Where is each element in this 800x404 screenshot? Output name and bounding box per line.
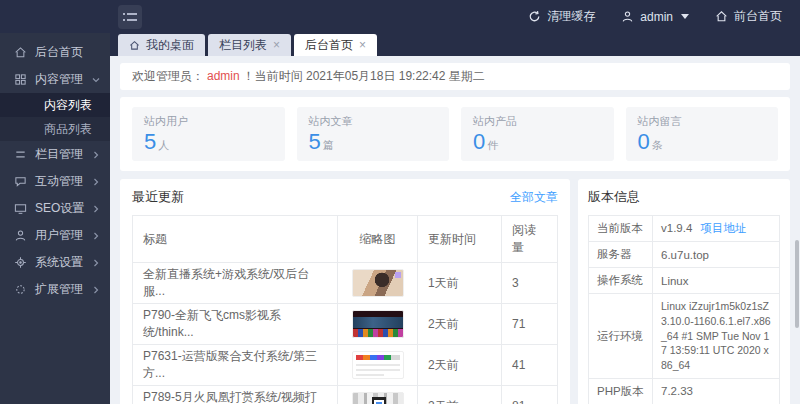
topbar-actions: 清理缓存 admin 前台首页 [528,8,800,25]
tab-my-desktop[interactable]: 我的桌面 [118,34,205,56]
user-icon [621,10,634,23]
sidebar-item-label: 扩展管理 [35,281,92,298]
article-time: 1天前 [418,263,502,304]
close-icon[interactable]: × [273,39,280,51]
dashed-circle-icon [14,283,27,296]
sidebar-item-content-list[interactable]: 内容列表 [0,93,110,117]
col-updated: 更新时间 [418,216,502,263]
monitor-icon [14,202,27,215]
version-row: 运行环境 Linux iZzujr1m5k0z1sZ 3.10.0-1160.6… [589,294,780,378]
front-home-button[interactable]: 前台首页 [715,8,782,25]
table-row[interactable]: P7631-运营版聚合支付系统/第三方... 2天前 41 [133,345,558,386]
article-reads: 81 [502,386,558,404]
home-icon [14,46,27,59]
chevron-right-icon [92,178,100,186]
article-reads: 41 [502,345,558,386]
stat-unit: 件 [487,139,498,151]
chat-icon [14,175,27,188]
thumbnail-image [352,392,404,404]
stat-card-articles: 站内文章 5篇 [297,107,450,161]
version-row: 当前版本 v1.9.4项目地址 [589,216,780,242]
sidebar-item-label: SEO设置 [35,200,92,217]
table-row[interactable]: 全新直播系统+游戏系统/双后台服... 1天前 3 [133,263,558,304]
all-articles-link[interactable]: 全部文章 [510,189,558,206]
article-reads: 3 [502,263,558,304]
sidebar-item-columns[interactable]: 栏目管理 [0,141,110,168]
home-icon [715,10,728,23]
stat-label: 站内产品 [473,114,602,129]
sidebar-item-label: 系统设置 [35,254,92,271]
topbar: 清理缓存 admin 前台首页 [0,0,800,33]
article-reads: 71 [502,304,558,345]
front-home-label: 前台首页 [734,8,782,25]
version-info-panel: 版本信息 当前版本 v1.9.4项目地址 服务器 6.u7u.top [578,179,790,404]
recent-updates-table: 标题 缩略图 更新时间 阅读量 全新直播系统+游戏系统/双后台服... 1天前 [132,215,558,404]
article-title[interactable]: P790-全新飞飞cms影视系统/think... [133,304,338,345]
refresh-icon [528,10,541,23]
stats-panel: 站内用户 5人 站内文章 5篇 站内产品 0件 站内留言 0条 [120,97,790,171]
tab-dashboard[interactable]: 后台首页 × [294,34,377,56]
stat-value: 5篇 [309,129,438,155]
sidebar-item-seo[interactable]: SEO设置 [0,195,110,222]
version-label: 服务器 [589,242,653,268]
grid-icon [14,73,27,86]
thumbnail-image [352,351,404,379]
close-icon[interactable]: × [359,39,366,51]
stat-label: 站内用户 [144,114,273,129]
article-time: 2天前 [418,345,502,386]
thumbnail-image [352,269,404,297]
tab-label: 栏目列表 [219,37,267,54]
table-row[interactable]: P789-5月火凤凰打赏系统/视频打赏... 2天前 81 [133,386,558,404]
chevron-right-icon [92,259,100,267]
col-title: 标题 [133,216,338,263]
article-title[interactable]: P789-5月火凤凰打赏系统/视频打赏... [133,386,338,404]
version-row: 服务器 6.u7u.top [589,242,780,268]
sidebar-item-label: 内容列表 [44,97,100,114]
scrollbar-thumb[interactable] [795,240,799,328]
project-link[interactable]: 项目地址 [700,222,746,234]
sidebar-item-settings[interactable]: 系统设置 [0,249,110,276]
home-icon [129,40,140,51]
sidebar-item-product-list[interactable]: 商品列表 [0,117,110,141]
tab-column-list[interactable]: 栏目列表 × [208,34,291,56]
version-label: PHP版本 [589,378,653,404]
stat-unit: 人 [158,139,169,151]
stat-card-messages: 站内留言 0条 [626,107,779,161]
username-label: admin [640,10,673,24]
version-value: 7.2.33 [653,378,780,404]
sidebar-item-users[interactable]: 用户管理 [0,222,110,249]
article-title[interactable]: 全新直播系统+游戏系统/双后台服... [133,263,338,304]
sidebar-item-label: 栏目管理 [35,146,92,163]
sidebar-item-interaction[interactable]: 互动管理 [0,168,110,195]
sidebar-submenu: 内容列表 商品列表 [0,93,110,141]
version-info-table: 当前版本 v1.9.4项目地址 服务器 6.u7u.top 操作系统 Linux [588,215,780,404]
welcome-prefix: 欢迎管理员： [132,69,204,83]
chevron-right-icon [92,232,100,240]
col-thumbnail: 缩略图 [338,216,418,263]
sidebar-item-label: 商品列表 [44,121,100,138]
article-time: 2天前 [418,386,502,404]
version-label: 操作系统 [589,268,653,294]
stat-label: 站内留言 [638,114,767,129]
stat-card-users: 站内用户 5人 [132,107,285,161]
sidebar-item-label: 互动管理 [35,173,92,190]
stat-card-products: 站内产品 0件 [461,107,614,161]
table-header-row: 标题 缩略图 更新时间 阅读量 [133,216,558,263]
stat-value: 0件 [473,129,602,155]
version-value: Linux [653,268,780,294]
welcome-bar: 欢迎管理员：admin！当前时间 2021年05月18日 19:22:42 星期… [120,63,790,90]
menu-toggle-icon[interactable] [118,5,142,29]
sidebar-item-extensions[interactable]: 扩展管理 [0,276,110,303]
chevron-down-icon [92,76,100,84]
stat-unit: 条 [652,139,663,151]
table-row[interactable]: P790-全新飞飞cms影视系统/think... 2天前 71 [133,304,558,345]
list-icon [14,148,27,161]
user-menu[interactable]: admin [621,10,689,24]
article-title[interactable]: P7631-运营版聚合支付系统/第三方... [133,345,338,386]
sidebar-item-content[interactable]: 内容管理 [0,66,110,93]
clear-cache-button[interactable]: 清理缓存 [528,8,595,25]
sidebar-item-label: 内容管理 [35,71,92,88]
sidebar-item-dashboard[interactable]: 后台首页 [0,39,110,66]
gear-icon [14,256,27,269]
content-area: 欢迎管理员：admin！当前时间 2021年05月18日 19:22:42 星期… [110,56,800,404]
